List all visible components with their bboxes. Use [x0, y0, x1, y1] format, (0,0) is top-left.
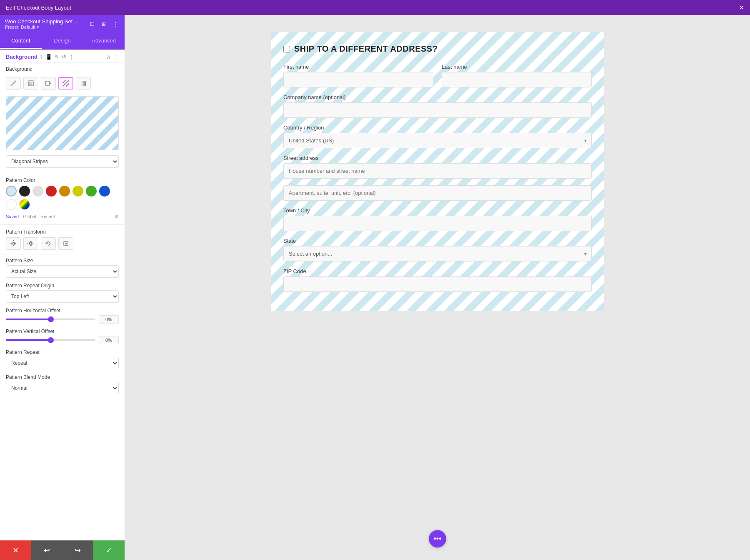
city-input[interactable]	[283, 216, 592, 231]
pattern-h-offset-label: Pattern Horizontal Offset	[6, 308, 119, 314]
color-tab-saved[interactable]: Saved	[6, 214, 19, 219]
name-row: First name Last name	[283, 64, 592, 87]
pattern-v-offset-label: Pattern Vertical Offset	[6, 329, 119, 334]
panel-preset[interactable]: Preset: Default ▾	[5, 25, 77, 30]
transform-flip-h-btn[interactable]	[6, 237, 21, 250]
collapse-icon[interactable]: ∧	[107, 54, 111, 60]
section-help-icon[interactable]: ?	[40, 55, 43, 60]
color-swatch-white[interactable]	[6, 199, 17, 210]
pattern-repeat-origin-select[interactable]: Top Left Top Center Center	[6, 290, 119, 303]
ship-header: SHIP TO A DIFFERENT ADDRESS?	[283, 44, 592, 54]
transform-rotate-btn[interactable]	[41, 237, 56, 250]
pattern-size-select[interactable]: Actual Size Cover Contain Custom	[6, 265, 119, 278]
city-group: Town / City	[283, 207, 592, 231]
panel-grid-icon[interactable]: ⊞	[100, 20, 108, 28]
color-picker-button[interactable]	[19, 199, 30, 210]
state-group: State Select an option... ▾	[283, 238, 592, 261]
pattern-blend-mode-select[interactable]: Normal Multiply Screen Overlay	[6, 382, 119, 394]
bottom-bar: ✕ ↩ ↪ ✓	[0, 540, 125, 560]
tab-design[interactable]: Design	[42, 33, 83, 49]
last-name-input[interactable]	[442, 72, 592, 87]
panel-monitor-icon[interactable]: ☐	[88, 20, 96, 28]
color-swatch-orange[interactable]	[59, 186, 70, 197]
first-name-group: First name	[283, 64, 433, 87]
color-swatches	[6, 186, 119, 210]
pattern-type-row: Diagonal Stripes None Dots Checkerboard	[0, 154, 125, 171]
tab-bar: Content Design Advanced	[0, 33, 125, 50]
bg-none-btn[interactable]	[6, 77, 21, 90]
svg-marker-14	[29, 244, 32, 246]
company-row: Company name (optional)	[283, 94, 592, 118]
color-swatch-red[interactable]	[46, 186, 57, 197]
svg-rect-3	[45, 81, 50, 85]
save-button[interactable]: ✓	[93, 540, 125, 560]
redo-button[interactable]: ↪	[62, 540, 94, 560]
color-swatch-yellow[interactable]	[72, 186, 83, 197]
zip-row: ZIP Code	[283, 268, 592, 292]
cancel-button[interactable]: ✕	[0, 540, 31, 560]
pattern-preview	[6, 96, 119, 150]
company-input[interactable]	[283, 102, 592, 118]
first-name-input[interactable]	[283, 72, 433, 87]
color-tab-settings-icon[interactable]: ⚙	[115, 214, 119, 219]
city-row: Town / City	[283, 207, 592, 231]
pattern-v-offset-slider[interactable]	[6, 339, 95, 341]
section-options-icon[interactable]: ⋮	[113, 54, 119, 60]
company-group: Company name (optional)	[283, 94, 592, 118]
background-label: Background	[6, 66, 39, 72]
bg-classic-btn[interactable]	[23, 77, 38, 90]
pattern-h-offset-slider[interactable]	[6, 319, 95, 320]
tab-content[interactable]: Content	[0, 33, 42, 49]
pattern-v-offset-row: Pattern Vertical Offset 0%	[0, 327, 125, 348]
transform-flip-v-btn[interactable]	[23, 237, 38, 250]
country-select[interactable]: United States (US)	[283, 133, 592, 148]
section-cursor-icon[interactable]: ↖	[55, 54, 59, 60]
bg-video-btn[interactable]	[41, 77, 56, 90]
bg-video2-btn[interactable]	[76, 77, 91, 90]
pattern-repeat-origin-label: Pattern Repeat Origin	[6, 283, 119, 289]
ship-checkbox[interactable]	[283, 46, 290, 52]
color-swatch-black[interactable]	[19, 186, 30, 197]
color-tabs: Saved Global Recent ⚙	[0, 212, 125, 223]
pattern-type-select[interactable]: Diagonal Stripes None Dots Checkerboard	[6, 155, 119, 168]
state-label: State	[283, 238, 592, 244]
pattern-size-label: Pattern Size	[6, 258, 119, 264]
panel-more-icon[interactable]: ⋮	[111, 20, 120, 28]
zip-input[interactable]	[283, 276, 592, 292]
apt-input[interactable]	[283, 185, 592, 201]
svg-line-6	[62, 80, 66, 83]
street-group: Street address	[283, 155, 592, 179]
pattern-transform-section: Pattern Transform	[0, 226, 125, 252]
pattern-repeat-select[interactable]: Repeat Repeat X Repeat Y No Repeat	[6, 357, 119, 369]
pattern-h-offset-control: 0%	[6, 315, 119, 324]
color-tab-global[interactable]: Global	[23, 214, 36, 219]
section-monitor-icon[interactable]: 📱	[45, 54, 52, 60]
floating-dots-button[interactable]: •••	[429, 530, 446, 548]
bg-pattern-btn[interactable]	[58, 77, 73, 90]
color-swatch-blue[interactable]	[99, 186, 110, 197]
svg-line-5	[62, 80, 69, 87]
section-more-icon[interactable]: ⋮	[69, 54, 74, 60]
state-select[interactable]: Select an option...	[283, 246, 592, 261]
color-swatch-light-blue[interactable]	[6, 186, 17, 197]
pattern-repeat-row: Pattern Repeat Repeat Repeat X Repeat Y …	[0, 348, 125, 373]
form-content: SHIP TO A DIFFERENT ADDRESS? First name …	[283, 44, 592, 292]
panel-header: Woo Checkout Shipping Set... Preset: Def…	[0, 15, 125, 33]
pattern-repeat-origin-row: Pattern Repeat Origin Top Left Top Cente…	[0, 281, 125, 306]
tab-advanced[interactable]: Advanced	[83, 33, 125, 49]
color-swatch-gray[interactable]	[32, 186, 43, 197]
pattern-color-section: Pattern Color	[0, 175, 125, 212]
pattern-v-offset-value: 0%	[99, 336, 119, 344]
color-tab-recent[interactable]: Recent	[40, 214, 55, 219]
transform-reset-btn[interactable]	[58, 237, 73, 250]
color-swatch-green[interactable]	[86, 186, 97, 197]
background-prop-row: Background	[0, 63, 125, 75]
street-input[interactable]	[283, 163, 592, 179]
content-area: SHIP TO A DIFFERENT ADDRESS? First name …	[125, 15, 750, 560]
section-collapse-icons: ∧ ⋮	[107, 54, 119, 60]
section-undo-icon[interactable]: ↺	[62, 54, 66, 60]
pattern-size-row: Pattern Size Actual Size Cover Contain C…	[0, 256, 125, 281]
zip-label: ZIP Code	[283, 268, 592, 274]
close-button[interactable]: ✕	[739, 4, 744, 12]
undo-button[interactable]: ↩	[31, 540, 62, 560]
